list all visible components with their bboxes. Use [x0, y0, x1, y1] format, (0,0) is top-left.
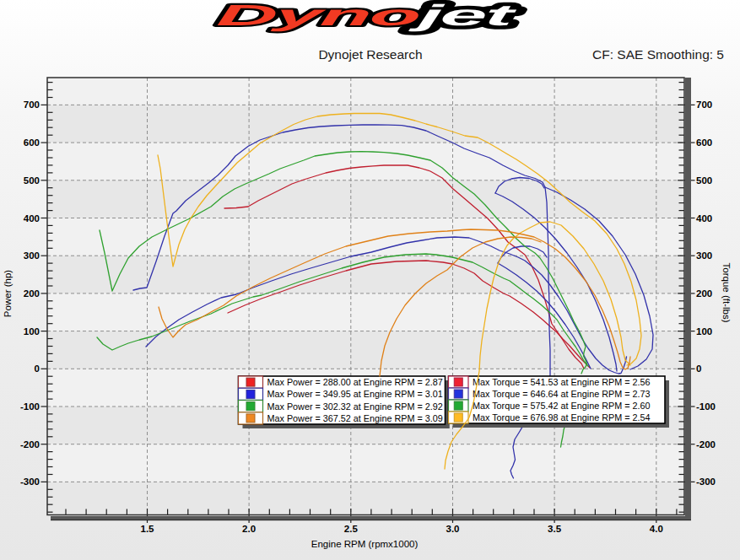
svg-text:Dynojet Research: Dynojet Research — [318, 47, 422, 62]
svg-text:400: 400 — [696, 213, 712, 223]
svg-text:300: 300 — [696, 250, 712, 261]
svg-text:-200: -200 — [696, 439, 716, 450]
svg-text:Max Power = 288.00 at Engine R: Max Power = 288.00 at Engine RPM = 2.87 — [267, 377, 443, 387]
svg-text:Torque (ft-lbs): Torque (ft-lbs) — [721, 263, 732, 323]
svg-text:-300: -300 — [20, 477, 40, 487]
svg-text:Max Torque = 575.42 at Engine: Max Torque = 575.42 at Engine RPM = 2.60 — [473, 401, 650, 411]
svg-text:2.0: 2.0 — [242, 524, 256, 534]
svg-text:Max Torque = 541.53 at Engine: Max Torque = 541.53 at Engine RPM = 2.56 — [473, 377, 650, 387]
svg-text:1.5: 1.5 — [141, 524, 155, 534]
svg-text:CF: SAE Smoothing: 5: CF: SAE Smoothing: 5 — [592, 47, 724, 62]
svg-text:200: 200 — [24, 288, 40, 299]
svg-text:500: 500 — [696, 175, 712, 186]
svg-text:500: 500 — [24, 175, 40, 186]
svg-text:100: 100 — [696, 326, 712, 337]
svg-text:-100: -100 — [696, 401, 716, 412]
svg-text:Max Power = 349.95 at Engine R: Max Power = 349.95 at Engine RPM = 3.01 — [267, 389, 443, 399]
svg-text:Engine RPM (rpmx1000): Engine RPM (rpmx1000) — [311, 539, 419, 549]
svg-text:Max Torque = 646.64 at Engine: Max Torque = 646.64 at Engine RPM = 2.73 — [473, 389, 650, 399]
svg-text:0: 0 — [35, 363, 40, 374]
svg-text:-300: -300 — [696, 477, 716, 487]
svg-text:3.5: 3.5 — [548, 524, 562, 534]
svg-text:300: 300 — [24, 250, 40, 261]
svg-text:700: 700 — [24, 100, 40, 110]
svg-text:200: 200 — [696, 288, 712, 299]
svg-text:-200: -200 — [20, 439, 40, 450]
svg-text:4.0: 4.0 — [650, 524, 663, 534]
svg-text:3.0: 3.0 — [446, 524, 460, 534]
svg-text:400: 400 — [24, 213, 40, 223]
svg-text:100: 100 — [24, 326, 40, 337]
svg-text:Max Torque = 676.98 at Engine: Max Torque = 676.98 at Engine RPM = 2.54 — [473, 412, 650, 423]
svg-text:Max Power = 302.32 at Engine R: Max Power = 302.32 at Engine RPM = 2.92 — [267, 401, 443, 412]
svg-text:0: 0 — [696, 363, 701, 374]
svg-text:2.5: 2.5 — [344, 524, 359, 534]
svg-text:600: 600 — [696, 137, 712, 148]
svg-text:600: 600 — [24, 137, 40, 148]
svg-text:Power (hp): Power (hp) — [3, 270, 13, 317]
svg-text:-100: -100 — [20, 401, 40, 412]
svg-text:Max Power = 367.52 at Engine R: Max Power = 367.52 at Engine RPM = 3.09 — [267, 413, 443, 423]
svg-text:Dynojet: Dynojet — [215, 0, 518, 32]
svg-text:700: 700 — [696, 100, 712, 110]
